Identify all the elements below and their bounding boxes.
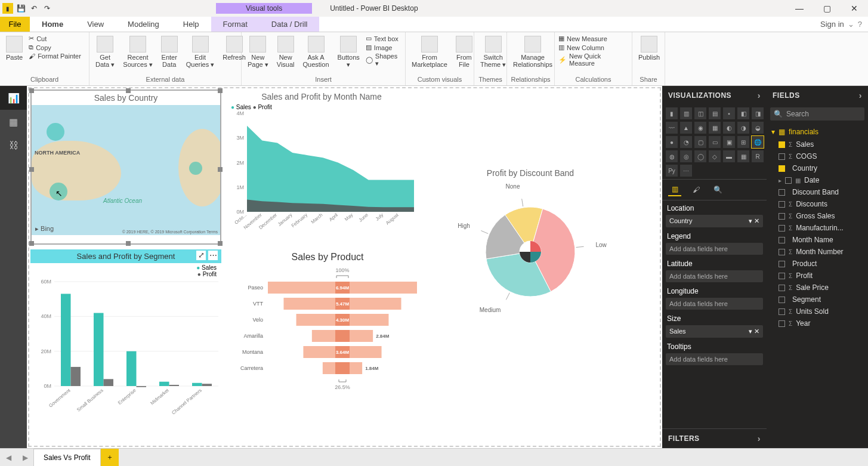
viz-type-15[interactable]: ◔ — [680, 136, 692, 148]
tab-data-drill[interactable]: Data / Drill — [260, 17, 320, 32]
viz-type-2[interactable]: ◫ — [694, 107, 706, 119]
viz-type-17[interactable]: ▭ — [709, 136, 721, 148]
field-year[interactable]: Σ Year — [767, 317, 868, 329]
field-monthnumber[interactable]: Σ Month Number — [767, 246, 868, 258]
field-product[interactable]: Product — [767, 258, 868, 270]
viz-type-10[interactable]: ▦ — [709, 122, 721, 134]
format-painter-button[interactable]: 🖌 Format Painter — [29, 53, 81, 60]
viz-type-28[interactable]: Py — [666, 165, 678, 177]
field-date[interactable]: ▸▦ Date — [767, 174, 868, 186]
viz-type-22[interactable]: ◎ — [680, 150, 692, 162]
viz-type-19[interactable]: ⊞ — [737, 136, 749, 148]
new-page-button[interactable]: New Page ▾ — [245, 35, 271, 69]
collapse-fields-icon[interactable]: › — [859, 91, 862, 100]
field-discountband[interactable]: Discount Band — [767, 186, 868, 198]
viz-type-4[interactable]: ▪ — [723, 107, 735, 119]
visual-pie[interactable]: Profit by Discount Band NoneLowMediumHig… — [429, 166, 632, 321]
new-column-button[interactable]: ▥ New Column — [558, 44, 628, 51]
field-monthname[interactable]: Month Name — [767, 234, 868, 246]
format-tab-icon[interactable]: 🖌 — [690, 183, 703, 196]
viz-type-7[interactable]: 〰 — [666, 122, 678, 134]
field-sales[interactable]: Σ Sales — [767, 138, 868, 150]
fields-search[interactable]: 🔍Search — [770, 107, 864, 121]
tab-modeling[interactable]: Modeling — [116, 17, 171, 32]
well-location-value[interactable]: Country▾ ✕ — [666, 215, 763, 227]
report-canvas[interactable]: Sales by Country NORTH AMERICA Atlantic … — [28, 87, 661, 447]
field-unitssold[interactable]: Σ Units Sold — [767, 305, 868, 317]
nav-data-view[interactable]: ▦ — [0, 110, 27, 134]
viz-type-26[interactable]: ▦ — [737, 150, 749, 162]
new-measure-button[interactable]: ▦ New Measure — [558, 35, 628, 42]
buttons-button[interactable]: Buttons ▾ — [335, 35, 362, 69]
well-tooltips-value[interactable]: Add data fields here — [666, 353, 763, 365]
visual-funnel[interactable]: Sales by Product 100%Paseo6.94MVTT5.47MV… — [232, 249, 423, 405]
viz-type-6[interactable]: ◨ — [752, 107, 764, 119]
undo-icon[interactable]: ↶ — [29, 3, 39, 14]
viz-type-9[interactable]: ◉ — [694, 122, 706, 134]
field-manufacturin[interactable]: Σ Manufacturin... — [767, 222, 868, 234]
new-visual-button[interactable]: New Visual — [274, 35, 297, 69]
shapes-button[interactable]: ◯ Shapes ▾ — [366, 53, 401, 67]
chevron-down-icon[interactable]: ⌄ — [848, 20, 854, 29]
field-saleprice[interactable]: Σ Sale Price — [767, 282, 868, 294]
ask-question-button[interactable]: Ask A Question — [301, 35, 332, 69]
tab-help[interactable]: Help — [171, 17, 211, 32]
viz-type-5[interactable]: ◧ — [737, 107, 749, 119]
well-size-value[interactable]: Sales▾ ✕ — [666, 325, 763, 338]
cut-button[interactable]: ✂ Cut — [29, 35, 81, 42]
save-icon[interactable]: 💾 — [16, 3, 26, 14]
recent-sources-button[interactable]: Recent Sources ▾ — [121, 35, 155, 69]
viz-type-0[interactable]: ▮ — [666, 107, 678, 119]
viz-type-23[interactable]: ◯ — [694, 150, 706, 162]
image-button[interactable]: ▨ Image — [366, 44, 401, 51]
viz-type-27[interactable]: R — [752, 150, 764, 162]
well-longitude-value[interactable]: Add data fields here — [666, 298, 763, 310]
viz-type-20[interactable]: 🌐 — [752, 136, 764, 148]
viz-type-13[interactable]: ◒ — [752, 122, 764, 134]
page-prev[interactable]: ◀ — [0, 453, 17, 462]
textbox-button[interactable]: ▭ Text box — [366, 35, 401, 42]
signin-link[interactable]: Sign in — [820, 20, 844, 29]
marketplace-button[interactable]: From Marketplace — [409, 35, 450, 69]
collapse-viz-icon[interactable]: › — [758, 91, 761, 100]
switch-theme-button[interactable]: Switch Theme ▾ — [478, 35, 508, 69]
paste-button[interactable]: Paste — [4, 35, 25, 62]
focus-icon[interactable]: ⤢ — [196, 251, 206, 260]
field-cogs[interactable]: Σ COGS — [767, 150, 868, 162]
add-page-button[interactable]: ＋ — [101, 449, 119, 466]
manage-relationships-button[interactable]: Manage Relationships — [511, 35, 555, 69]
viz-type-14[interactable]: ● — [666, 136, 678, 148]
analytics-tab-icon[interactable]: 🔍 — [711, 183, 724, 196]
viz-type-12[interactable]: ◑ — [737, 122, 749, 134]
close-button[interactable]: ✕ — [841, 0, 868, 17]
file-menu[interactable]: File — [0, 17, 30, 32]
help-icon[interactable]: ? — [858, 20, 862, 29]
collapse-filters-icon[interactable]: › — [758, 434, 761, 443]
publish-button[interactable]: Publish — [636, 35, 662, 62]
minimize-button[interactable]: — — [786, 0, 813, 17]
visual-bar-segment[interactable]: Sales and Profit by Segment ⤢ ⋯ ● Sales … — [30, 249, 221, 434]
well-latitude-value[interactable]: Add data fields here — [666, 270, 763, 282]
viz-type-21[interactable]: ◍ — [666, 150, 678, 162]
viz-type-3[interactable]: ▤ — [709, 107, 721, 119]
redo-icon[interactable]: ↷ — [42, 3, 52, 14]
field-country[interactable]: Country — [767, 162, 868, 174]
fields-tab-icon[interactable]: ▥ — [668, 183, 681, 196]
tab-format[interactable]: Format — [211, 17, 260, 32]
edit-queries-button[interactable]: Edit Queries ▾ — [184, 35, 217, 69]
field-profit[interactable]: Σ Profit — [767, 270, 868, 282]
page-next[interactable]: ▶ — [17, 453, 33, 462]
maximize-button[interactable]: ▢ — [813, 0, 841, 17]
from-file-button[interactable]: From File — [453, 35, 475, 69]
viz-type-11[interactable]: ◐ — [723, 122, 735, 134]
viz-type-29[interactable]: ⋯ — [680, 165, 692, 177]
viz-type-18[interactable]: ▣ — [723, 136, 735, 148]
viz-type-24[interactable]: ◇ — [709, 150, 721, 162]
nav-model-view[interactable]: ⛓ — [0, 134, 27, 158]
more-icon[interactable]: ⋯ — [208, 251, 218, 260]
tab-view[interactable]: View — [75, 17, 116, 32]
fields-table[interactable]: ▾▦financials — [767, 125, 868, 138]
get-data-button[interactable]: Get Data ▾ — [93, 35, 117, 69]
viz-type-25[interactable]: ▬ — [723, 150, 735, 162]
well-legend-value[interactable]: Add data fields here — [666, 243, 763, 255]
